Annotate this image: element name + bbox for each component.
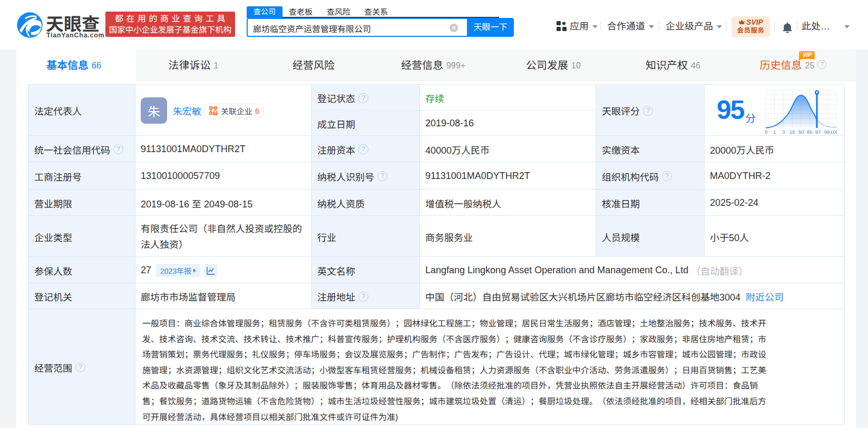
svg-text:3: 3 — [782, 129, 785, 135]
svg-text:97: 97 — [815, 129, 821, 135]
svg-text:15: 15 — [789, 129, 795, 135]
svg-text:85: 85 — [807, 129, 813, 135]
svg-text:0: 0 — [765, 129, 767, 135]
svg-text:50: 50 — [798, 129, 804, 135]
svg-text:99: 99 — [824, 129, 830, 135]
svg-text:100: 100 — [830, 129, 837, 135]
svg-text:1: 1 — [773, 129, 776, 135]
